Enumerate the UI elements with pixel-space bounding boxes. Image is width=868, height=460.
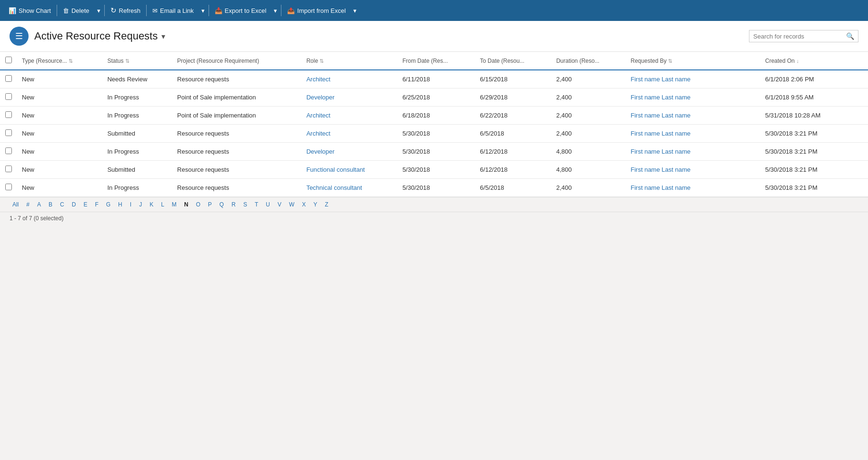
row-checkbox[interactable] <box>5 75 12 82</box>
col-role[interactable]: Role <box>301 52 398 70</box>
select-all-checkbox[interactable] <box>5 57 12 63</box>
page-letter-y[interactable]: Y <box>310 200 320 209</box>
row-project: Resource requests <box>172 143 301 161</box>
page-letter-z[interactable]: Z <box>322 200 331 209</box>
row-status: Needs Review <box>102 70 172 88</box>
row-from-date: 6/18/2018 <box>398 107 475 125</box>
page-letter-s[interactable]: S <box>240 200 250 209</box>
page-letter-all[interactable]: All <box>10 200 21 209</box>
page-letter-x[interactable]: X <box>299 200 309 209</box>
row-checkbox[interactable] <box>5 129 12 136</box>
sep-2 <box>104 5 105 16</box>
role-link[interactable]: Architect <box>306 112 330 119</box>
row-checkbox[interactable] <box>5 111 12 118</box>
page-letter-l[interactable]: L <box>158 200 167 209</box>
excel-icon <box>215 7 222 14</box>
page-letter-h[interactable]: H <box>115 200 125 209</box>
row-project: Point of Sale implementation <box>172 107 301 125</box>
col-created-on[interactable]: Created On <box>760 52 868 70</box>
email-link-button[interactable]: Email a Link <box>148 0 199 21</box>
row-checkbox[interactable] <box>5 93 12 100</box>
page-letter-a[interactable]: A <box>34 200 44 209</box>
col-duration[interactable]: Duration (Reso... <box>551 52 626 70</box>
role-link[interactable]: Developer <box>306 94 334 101</box>
delete-button[interactable]: Delete <box>58 0 94 21</box>
row-role[interactable]: Architect <box>301 125 398 143</box>
email-dropdown[interactable] <box>199 0 208 21</box>
row-role[interactable]: Developer <box>301 143 398 161</box>
page-letter-b[interactable]: B <box>46 200 55 209</box>
row-requested-by: First name Last name <box>626 179 760 197</box>
page-letter-#[interactable]: # <box>23 200 32 209</box>
title-chevron-icon[interactable]: ▾ <box>161 32 165 41</box>
page-letter-w[interactable]: W <box>286 200 297 209</box>
page-letter-g[interactable]: G <box>103 200 113 209</box>
requested-by-link[interactable]: First name Last name <box>631 76 691 83</box>
row-type: New <box>17 88 102 107</box>
row-role[interactable]: Developer <box>301 88 398 107</box>
page-letter-m[interactable]: M <box>169 200 180 209</box>
role-link[interactable]: Architect <box>306 76 330 83</box>
search-input[interactable] <box>753 33 846 40</box>
refresh-icon <box>110 6 117 15</box>
search-icon[interactable]: 🔍 <box>846 32 854 40</box>
row-from-date: 6/25/2018 <box>398 88 475 107</box>
col-status-label: Status <box>107 58 123 64</box>
requested-by-link[interactable]: First name Last name <box>631 148 691 155</box>
row-role[interactable]: Functional consultant <box>301 161 398 179</box>
col-status[interactable]: Status <box>102 52 172 70</box>
requested-by-link[interactable]: First name Last name <box>631 184 691 191</box>
page-letter-c[interactable]: C <box>57 200 67 209</box>
page-letter-e[interactable]: E <box>80 200 90 209</box>
chevron-down-icon-4 <box>353 7 357 14</box>
col-created-on-sort-icon <box>796 58 799 64</box>
col-to-date[interactable]: To Date (Resou... <box>475 52 551 70</box>
export-dropdown[interactable] <box>271 0 280 21</box>
role-link[interactable]: Developer <box>306 148 334 155</box>
requested-by-link[interactable]: First name Last name <box>631 112 691 119</box>
page-letter-v[interactable]: V <box>275 200 284 209</box>
resource-requests-table: Type (Resource... Status Project (Resour… <box>0 52 868 197</box>
col-requested-by[interactable]: Requested By <box>626 52 760 70</box>
role-link[interactable]: Functional consultant <box>306 166 365 173</box>
page-letter-i[interactable]: I <box>127 200 134 209</box>
import-excel-button[interactable]: Import from Excel <box>282 0 350 21</box>
page-letter-j[interactable]: J <box>136 200 145 209</box>
row-checkbox[interactable] <box>5 184 12 190</box>
col-created-on-label: Created On <box>765 58 795 64</box>
page-letter-u[interactable]: U <box>263 200 273 209</box>
col-type[interactable]: Type (Resource... <box>17 52 102 70</box>
page-letter-p[interactable]: P <box>205 200 215 209</box>
role-link[interactable]: Technical consultant <box>306 184 362 191</box>
show-chart-button[interactable]: Show Chart <box>4 0 56 21</box>
requested-by-link[interactable]: First name Last name <box>631 130 691 137</box>
page-letter-o[interactable]: O <box>193 200 203 209</box>
page-letter-k[interactable]: K <box>147 200 156 209</box>
requested-by-link[interactable]: First name Last name <box>631 166 691 173</box>
row-status: In Progress <box>102 143 172 161</box>
page-letter-f[interactable]: F <box>92 200 101 209</box>
role-link[interactable]: Architect <box>306 130 330 137</box>
delete-dropdown[interactable] <box>94 0 103 21</box>
row-checkbox[interactable] <box>5 147 12 154</box>
page-title: Active Resource Requests ▾ <box>34 30 165 42</box>
import-dropdown[interactable] <box>350 0 359 21</box>
requested-by-link[interactable]: First name Last name <box>631 94 691 101</box>
page-letter-r[interactable]: R <box>229 200 239 209</box>
page-letter-n[interactable]: N <box>181 200 191 209</box>
col-from-date[interactable]: From Date (Res... <box>398 52 475 70</box>
col-project[interactable]: Project (Resource Requirement) <box>172 52 301 70</box>
refresh-button[interactable]: Refresh <box>106 0 146 21</box>
row-checkbox[interactable] <box>5 166 12 172</box>
page-letter-q[interactable]: Q <box>217 200 227 209</box>
row-status: Submitted <box>102 125 172 143</box>
row-role[interactable]: Technical consultant <box>301 179 398 197</box>
row-duration: 2,400 <box>551 107 626 125</box>
row-role[interactable]: Architect <box>301 107 398 125</box>
row-requested-by: First name Last name <box>626 161 760 179</box>
app-icon: ☰ <box>10 27 29 46</box>
page-letter-d[interactable]: D <box>69 200 79 209</box>
row-role[interactable]: Architect <box>301 70 398 88</box>
page-letter-t[interactable]: T <box>252 200 261 209</box>
export-excel-button[interactable]: Export to Excel <box>210 0 271 21</box>
